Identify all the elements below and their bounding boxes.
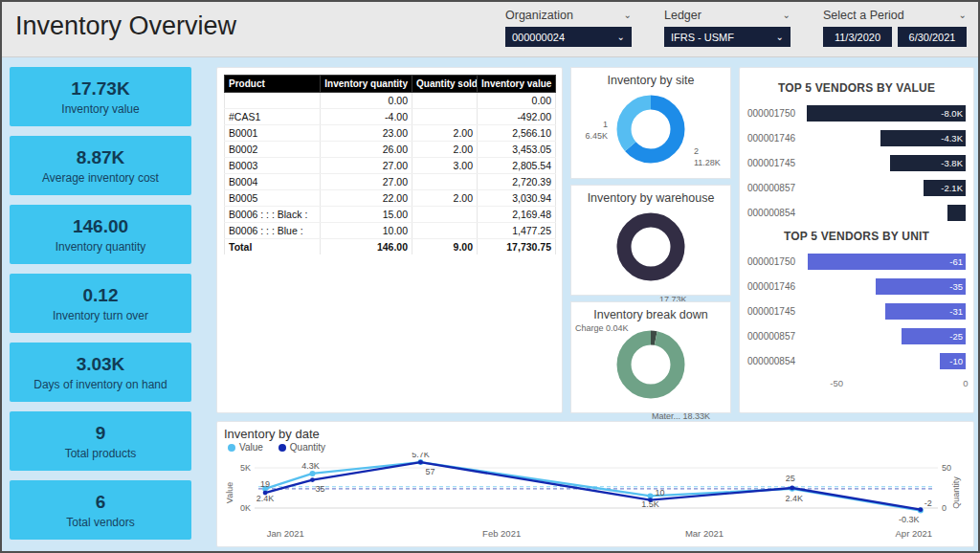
- table-row[interactable]: B0006 : : : Blue :10.001,477.25: [225, 223, 556, 239]
- x-axis-tick: Jan 2021: [267, 528, 304, 539]
- bar[interactable]: -10: [940, 353, 966, 369]
- kpi-card[interactable]: 0.12Inventory turn over: [10, 274, 191, 333]
- bar-row: 000001745-3.8K: [747, 155, 966, 171]
- data-label: 5.7K: [412, 453, 430, 459]
- y-axis-label-right: Quantity: [951, 476, 961, 509]
- bar[interactable]: -31: [885, 303, 966, 320]
- donut-column: Inventory by site16.45K211.28KInventory …: [570, 67, 731, 413]
- pie-label: 211.28K: [694, 146, 730, 168]
- table-cell: 2,566.10: [478, 125, 556, 142]
- bar[interactable]: -4.3K: [880, 130, 966, 146]
- bar[interactable]: -61: [808, 254, 966, 270]
- data-point[interactable]: [263, 491, 268, 496]
- bar-category-label: 000001746: [747, 133, 803, 144]
- bar-category-label: 000001745: [747, 158, 803, 168]
- kpi-card[interactable]: 8.87KAverage inventory cost: [10, 136, 191, 195]
- table-cell: 2,805.54: [478, 158, 556, 174]
- chevron-down-icon: ⌄: [959, 11, 967, 20]
- kpi-label: Days of inventory on hand: [33, 378, 167, 391]
- bar-row: 000001745-31: [747, 303, 966, 320]
- data-point[interactable]: [418, 460, 423, 465]
- bar[interactable]: -35: [876, 278, 966, 295]
- bar-row: 000000857-2.1K: [747, 180, 966, 196]
- kpi-card[interactable]: 146.00Inventory quantity: [10, 205, 191, 264]
- axis-tick-label: -50: [830, 378, 843, 388]
- data-point[interactable]: [648, 498, 653, 502]
- column-header[interactable]: Product: [225, 76, 321, 93]
- x-axis-tick: Feb 2021: [482, 528, 521, 539]
- bar-category-label: 000001750: [747, 108, 803, 119]
- bar-category-label: 000000857: [747, 183, 803, 193]
- x-axis-tick: Mar 2021: [685, 528, 724, 539]
- period-start-date[interactable]: 11/3/2020: [823, 27, 892, 47]
- bar-category-label: 000001746: [747, 281, 803, 292]
- dashboard: Inventory Overview Organization ⌄ 000000…: [0, 0, 980, 553]
- pie-label: 16.45K: [573, 120, 608, 142]
- bar[interactable]: [947, 205, 966, 221]
- column-header[interactable]: Quantity sold: [412, 76, 478, 93]
- legend-item-quantity[interactable]: Quantity: [278, 442, 325, 453]
- bar-category-label: 000001750: [747, 256, 803, 267]
- inventory-by-date-card: Inventory by dateValueQuantity2.4K4.3K5.…: [216, 421, 974, 547]
- table-cell: [412, 109, 478, 125]
- x-axis-tick: Apr 2021: [896, 528, 933, 539]
- legend-item-value[interactable]: Value: [228, 442, 263, 453]
- table-row[interactable]: B000123.002.002,566.10: [225, 125, 556, 142]
- table-row[interactable]: 0.000.00: [225, 93, 556, 109]
- data-point[interactable]: [918, 507, 923, 512]
- table-cell: 23.00: [321, 125, 412, 142]
- table-row[interactable]: #CAS1-4.00-492.00: [225, 109, 556, 125]
- kpi-card[interactable]: 3.03KDays of inventory on hand: [10, 343, 191, 402]
- table-row[interactable]: B0006 : : : Black :15.002,169.48: [225, 207, 556, 223]
- series-line-quantity[interactable]: [265, 462, 921, 510]
- kpi-card[interactable]: 6Total vendors: [10, 480, 191, 540]
- table-row[interactable]: B000427.002,720.39: [225, 174, 556, 190]
- kpi-value: 17.73K: [71, 78, 129, 100]
- total-cell: 9.00: [412, 239, 478, 255]
- bar[interactable]: -25: [902, 328, 966, 344]
- column-header[interactable]: Inventory value: [478, 76, 556, 93]
- y-axis-tick-left: 0K: [240, 503, 251, 513]
- kpi-card[interactable]: 9Total products: [10, 411, 191, 471]
- bar[interactable]: -2.1K: [924, 180, 966, 196]
- table-cell: 2,720.39: [478, 174, 556, 190]
- inventory-table-card: ProductInventory quantityQuantity soldIn…: [216, 67, 563, 413]
- table-row[interactable]: B000226.002.003,453.05: [225, 142, 556, 158]
- axis-tick-label: 0: [963, 378, 968, 388]
- table-row[interactable]: B000327.003.002,805.54: [225, 158, 556, 174]
- table-cell: B0003: [225, 158, 321, 174]
- table-cell: 26.00: [321, 142, 412, 158]
- bar[interactable]: -3.8K: [890, 155, 966, 171]
- table-cell: B0002: [225, 142, 321, 158]
- table-cell: [412, 223, 478, 239]
- filter-bar: Organization ⌄ 000000024 ⌄ Ledger ⌄ IFRS…: [505, 2, 978, 47]
- pie-slice[interactable]: [624, 338, 678, 391]
- pie-slice[interactable]: [624, 220, 678, 274]
- kpi-label: Total products: [65, 447, 137, 460]
- kpi-card[interactable]: 17.73KInventory value: [10, 67, 191, 126]
- organization-dropdown[interactable]: 000000024 ⌄: [505, 27, 632, 47]
- table-cell: 2.00: [412, 142, 478, 158]
- table-cell: 10.00: [321, 223, 412, 239]
- bar[interactable]: -8.0K: [807, 105, 966, 122]
- kpi-sidebar: 17.73KInventory value8.87KAverage invent…: [10, 67, 191, 549]
- column-header[interactable]: Inventory quantity: [321, 76, 412, 93]
- period-end-date[interactable]: 6/30/2021: [898, 27, 967, 47]
- y-axis-tick-right: 50: [942, 463, 951, 473]
- table-row[interactable]: B000522.002.003,030.94: [225, 190, 556, 207]
- data-label: 25: [786, 474, 795, 483]
- ledger-dropdown[interactable]: IFRS - USMF ⌄: [664, 27, 791, 47]
- table-cell: 1,477.25: [478, 223, 556, 239]
- data-point[interactable]: [310, 477, 315, 482]
- kpi-value: 146.00: [73, 216, 128, 237]
- data-point[interactable]: [309, 471, 315, 476]
- data-point[interactable]: [790, 486, 794, 491]
- x-axis: -500: [803, 378, 966, 390]
- chevron-down-icon: ⌄: [617, 33, 625, 42]
- chart-title: Inventory break down: [571, 302, 730, 321]
- chart-title: TOP 5 VENDORS BY UNIT: [747, 230, 966, 243]
- chart-title: TOP 5 VENDORS BY VALUE: [747, 81, 966, 95]
- table-cell: 2,169.48: [478, 207, 556, 223]
- table-cell: 22.00: [321, 190, 412, 207]
- table-cell: 2.00: [412, 190, 478, 207]
